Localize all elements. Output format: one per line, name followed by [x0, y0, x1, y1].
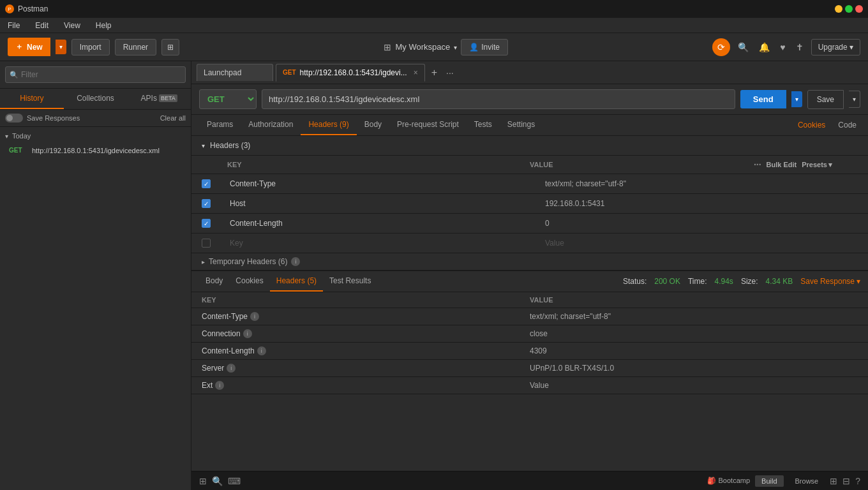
resp-info-icon-3[interactable]: i — [257, 346, 266, 355]
save-responses-toggle[interactable]: Save Responses — [5, 114, 80, 122]
bulk-edit-button[interactable]: Bulk Edit — [767, 161, 797, 168]
tab-launchpad[interactable]: Launchpad — [197, 64, 273, 81]
bootcamp-button[interactable]: 🎒 Bootcamp — [707, 477, 750, 485]
req-tab-params[interactable]: Params — [199, 115, 241, 135]
req-tab-settings[interactable]: Settings — [500, 115, 542, 135]
req-tab-auth[interactable]: Authorization — [241, 115, 301, 135]
browse-button[interactable]: Browse — [789, 475, 825, 487]
resp-tab-test-results[interactable]: Test Results — [323, 271, 377, 292]
clear-all-button[interactable]: Clear all — [160, 114, 186, 122]
notifications-button[interactable]: 🔔 — [756, 40, 772, 55]
resp-info-icon-1[interactable]: i — [250, 312, 259, 321]
value-cell-3[interactable]: 0 — [542, 216, 858, 230]
close-button[interactable] — [855, 5, 863, 13]
url-input[interactable] — [262, 89, 735, 109]
minimize-button[interactable] — [835, 5, 842, 13]
resp-key-1-text[interactable]: Content-Type — [202, 312, 248, 321]
temp-headers-info-icon[interactable]: i — [291, 257, 300, 266]
maximize-button[interactable] — [845, 5, 853, 13]
menu-view[interactable]: View — [61, 20, 83, 31]
resp-tab-cookies[interactable]: Cookies — [229, 271, 269, 292]
req-tab-prerequest[interactable]: Pre-request Script — [389, 115, 467, 135]
toggle-switch[interactable] — [5, 114, 23, 122]
code-link[interactable]: Code — [834, 115, 860, 135]
resp-key-5-text[interactable]: Ext — [202, 381, 213, 390]
cookies-link[interactable]: Cookies — [794, 115, 829, 135]
req-tab-body[interactable]: Body — [357, 115, 389, 135]
method-select[interactable]: GET POST PUT DELETE — [199, 89, 257, 109]
resp-tab-body[interactable]: Body — [199, 271, 229, 292]
value-cell-1[interactable]: text/xml; charset="utf-8" — [542, 177, 858, 191]
send-button[interactable]: Send — [740, 90, 786, 108]
resp-info-icon-4[interactable]: i — [227, 364, 236, 373]
build-button[interactable]: Build — [755, 475, 783, 487]
resp-info-icon-2[interactable]: i — [243, 329, 252, 338]
new-dropdown-button[interactable]: ▾ — [56, 40, 66, 54]
tab-more-button[interactable]: ··· — [444, 65, 456, 80]
new-button[interactable]: ＋ New — [8, 38, 50, 56]
filter-input[interactable] — [5, 66, 186, 83]
today-group: Today GET http://192.168.0.1:5431/igdevi… — [5, 132, 186, 158]
resp-info-icon-5[interactable]: i — [215, 381, 224, 390]
resp-value-4: UPnP/1.0 BLR-TX4S/1.0 — [530, 364, 858, 373]
resp-key-3-text[interactable]: Content-Length — [202, 346, 255, 355]
save-response-button[interactable]: Save Response ▾ — [800, 277, 860, 286]
value-cell-2[interactable]: 192.168.0.1:5431 — [542, 197, 858, 211]
checkbox-3[interactable] — [202, 219, 211, 228]
menu-edit[interactable]: Edit — [33, 20, 51, 31]
today-header[interactable]: Today — [5, 132, 186, 140]
headers-more-icon[interactable]: ··· — [754, 160, 761, 170]
menu-file[interactable]: File — [5, 20, 22, 31]
bottom-search-icon[interactable]: 🔍 — [212, 476, 223, 486]
upgrade-button[interactable]: Upgrade ▾ — [811, 39, 860, 56]
save-dropdown-button[interactable]: ▾ — [849, 91, 860, 108]
req-tab-tests[interactable]: Tests — [467, 115, 500, 135]
menu-help[interactable]: Help — [93, 20, 114, 31]
key-cell-3[interactable]: Content-Length — [227, 216, 542, 230]
resp-key-4-text[interactable]: Server — [202, 364, 224, 373]
checkbox-2[interactable] — [202, 199, 211, 208]
search-global-button[interactable]: 🔍 — [735, 40, 751, 55]
settings-button[interactable]: ✝ — [793, 40, 806, 55]
checkbox-1[interactable] — [202, 179, 211, 188]
bottom-help-button[interactable]: ? — [855, 476, 860, 486]
checkbox-cell-2[interactable] — [202, 199, 227, 208]
bottom-panel-icon[interactable]: ⊟ — [842, 476, 850, 486]
import-button[interactable]: Import — [71, 39, 110, 56]
checkbox-cell-1[interactable] — [202, 179, 227, 188]
heart-button[interactable]: ♥ — [777, 40, 788, 55]
key-cell-2[interactable]: Host — [227, 197, 542, 211]
tab-collections[interactable]: Collections — [64, 89, 128, 109]
workspace-button[interactable]: ⊞ My Workspace — [384, 42, 457, 52]
empty-checkbox[interactable] — [202, 239, 211, 248]
response-headers-table: KEY VALUE Content-Type i text/xml; chars… — [191, 292, 868, 394]
tab-history[interactable]: History — [0, 89, 64, 109]
req-tab-headers[interactable]: Headers (9) — [301, 115, 356, 135]
resp-tab-headers[interactable]: Headers (5) — [270, 271, 323, 292]
tab-request[interactable]: GET http://192.168.0.1:5431/igdevi... × — [276, 64, 425, 82]
temp-headers-header[interactable]: Temporary Headers (6) i — [191, 253, 868, 271]
new-label: New — [27, 43, 43, 52]
presets-button[interactable]: Presets ▾ — [802, 161, 832, 169]
save-button[interactable]: Save — [807, 90, 844, 109]
window-controls[interactable] — [835, 5, 863, 13]
history-item[interactable]: GET http://192.168.0.1:5431/igdevicedesc… — [5, 144, 186, 158]
tab-close-icon[interactable]: × — [414, 68, 418, 77]
runner-button[interactable]: Runner — [115, 39, 156, 56]
app-logo: P — [5, 4, 14, 13]
bottom-console-icon[interactable]: ⌨ — [228, 476, 241, 486]
key-cell-empty[interactable]: Key — [227, 236, 542, 250]
checkbox-cell-3[interactable] — [202, 219, 227, 228]
resp-key-2-text[interactable]: Connection — [202, 329, 241, 338]
send-dropdown-button[interactable]: ▾ — [791, 91, 802, 107]
sync-button[interactable]: ⟳ — [712, 38, 730, 56]
bottom-layout-icon[interactable]: ⊞ — [199, 476, 207, 486]
bottom-grid-icon[interactable]: ⊞ — [830, 476, 837, 486]
add-tab-button[interactable]: + — [428, 64, 441, 81]
key-cell-1[interactable]: Content-Type — [227, 177, 542, 191]
headers-section-header[interactable]: Headers (3) — [191, 136, 868, 156]
sidebar-toggle-button[interactable]: ⊞ — [161, 39, 179, 56]
invite-button[interactable]: 👤 Invite — [461, 39, 508, 56]
tab-apis[interactable]: APIs BETA — [127, 89, 191, 109]
value-cell-empty[interactable]: Value — [542, 236, 858, 250]
